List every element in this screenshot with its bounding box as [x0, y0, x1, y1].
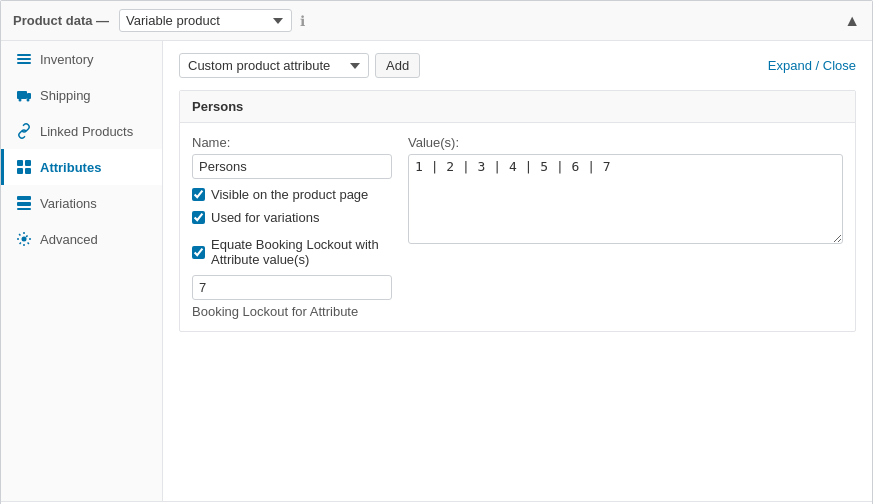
add-attribute-button[interactable]: Add	[375, 53, 420, 78]
svg-rect-11	[17, 196, 31, 200]
sidebar-item-shipping[interactable]: Shipping	[1, 77, 162, 113]
name-field-container: Name: Visible on the product page Used f…	[192, 135, 392, 319]
sidebar: Inventory Shipping Linked Products Attri…	[1, 41, 163, 501]
attributes-topbar: Custom product attribute Add Expand / Cl…	[179, 53, 856, 78]
values-textarea[interactable]: 1 | 2 | 3 | 4 | 5 | 6 | 7	[408, 154, 843, 244]
svg-rect-1	[17, 58, 31, 60]
sidebar-item-inventory[interactable]: Inventory	[1, 41, 162, 77]
lockout-section: Equate Booking Lockout with Attribute va…	[192, 237, 392, 319]
shipping-icon	[16, 87, 32, 103]
svg-point-14	[22, 237, 27, 242]
product-data-label: Product data —	[13, 13, 109, 28]
variations-checkbox[interactable]	[192, 211, 205, 224]
sidebar-item-linked-products[interactable]: Linked Products	[1, 113, 162, 149]
product-data-header: Product data — Simple productVariable pr…	[1, 1, 872, 41]
svg-point-6	[27, 99, 30, 102]
lockout-value-input[interactable]	[192, 275, 392, 300]
collapse-button[interactable]: ▲	[844, 12, 860, 30]
svg-rect-2	[17, 62, 31, 64]
linked-icon	[16, 123, 32, 139]
variations-label: Used for variations	[211, 210, 319, 225]
lockout-label: Booking Lockout for Attribute	[192, 304, 392, 319]
sidebar-item-attributes-label: Attributes	[40, 160, 101, 175]
product-type-select[interactable]: Simple productVariable productGrouped pr…	[119, 9, 292, 32]
svg-rect-12	[17, 202, 31, 206]
equate-checkbox[interactable]	[192, 246, 205, 259]
svg-rect-3	[17, 91, 27, 99]
sidebar-item-advanced-label: Advanced	[40, 232, 98, 247]
main-layout: Inventory Shipping Linked Products Attri…	[1, 41, 872, 501]
svg-rect-13	[17, 208, 31, 210]
attribute-type-select[interactable]: Custom product attribute	[179, 53, 369, 78]
inventory-icon	[16, 51, 32, 67]
sidebar-item-advanced[interactable]: Advanced	[1, 221, 162, 257]
expand-close-top-link[interactable]: Expand / Close	[768, 58, 856, 73]
attribute-fields: Name: Visible on the product page Used f…	[192, 135, 843, 319]
svg-point-5	[19, 99, 22, 102]
svg-rect-7	[17, 160, 23, 166]
sidebar-item-shipping-label: Shipping	[40, 88, 91, 103]
variations-icon	[16, 195, 32, 211]
sidebar-item-inventory-label: Inventory	[40, 52, 93, 67]
product-data-panel: Product data — Simple productVariable pr…	[0, 0, 873, 504]
visible-label: Visible on the product page	[211, 187, 368, 202]
attribute-name-input[interactable]	[192, 154, 392, 179]
equate-label: Equate Booking Lockout with Attribute va…	[211, 237, 392, 267]
attributes-icon	[16, 159, 32, 175]
svg-rect-0	[17, 54, 31, 56]
svg-rect-8	[25, 160, 31, 166]
variations-checkbox-row: Used for variations	[192, 210, 392, 225]
sidebar-item-linked-products-label: Linked Products	[40, 124, 133, 139]
sidebar-item-variations[interactable]: Variations	[1, 185, 162, 221]
sidebar-item-attributes[interactable]: Attributes	[1, 149, 162, 185]
name-label: Name:	[192, 135, 392, 150]
visible-checkbox-row: Visible on the product page	[192, 187, 392, 202]
svg-rect-4	[27, 93, 31, 99]
values-label: Value(s):	[408, 135, 843, 150]
values-field-container: Value(s): 1 | 2 | 3 | 4 | 5 | 6 | 7	[408, 135, 843, 319]
advanced-icon	[16, 231, 32, 247]
attribute-section: Persons Name: Visible on the product pag…	[179, 90, 856, 332]
svg-rect-10	[25, 168, 31, 174]
attribute-section-title: Persons	[180, 91, 855, 123]
visible-checkbox[interactable]	[192, 188, 205, 201]
sidebar-item-variations-label: Variations	[40, 196, 97, 211]
svg-rect-9	[17, 168, 23, 174]
attribute-section-body: Name: Visible on the product page Used f…	[180, 123, 855, 331]
content-area: Custom product attribute Add Expand / Cl…	[163, 41, 872, 501]
equate-checkbox-row: Equate Booking Lockout with Attribute va…	[192, 237, 392, 267]
info-icon: ℹ	[300, 13, 305, 29]
